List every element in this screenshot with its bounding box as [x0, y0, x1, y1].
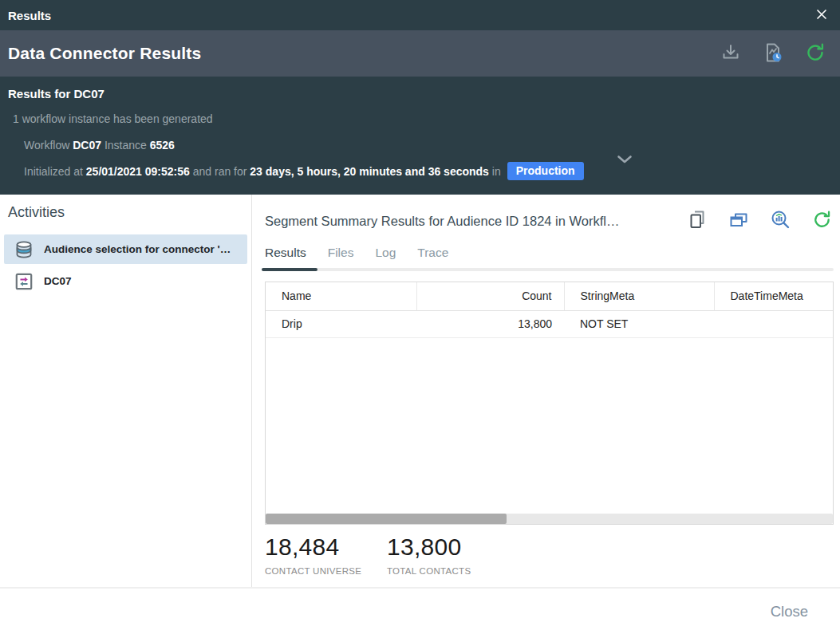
column-header-datetimemeta: DateTimeMeta [714, 282, 833, 311]
cell-datetimemeta [714, 311, 833, 338]
cell-name: Drip [266, 311, 416, 338]
download-icon [720, 42, 741, 65]
activity-item-label: Audience selection for connector '… [44, 243, 231, 255]
workflow-run-line: Initialized at 25/01/2021 09:52:56 and r… [24, 162, 840, 180]
dialog-body: Activities Audience selection for connec… [0, 195, 840, 587]
dialog-footer: Close [0, 587, 840, 634]
stat-value: 13,800 [387, 534, 488, 561]
stat-total-contacts: 13,800 TOTAL CONTACTS [387, 534, 488, 576]
close-icon [814, 7, 829, 24]
stat-value: 18,484 [265, 534, 366, 561]
workflow-label: Workflow [24, 139, 69, 152]
tab-files[interactable]: Files [328, 246, 354, 260]
copy-button[interactable] [688, 209, 708, 233]
in-label: in [492, 165, 501, 178]
refresh-icon [812, 210, 832, 232]
results-table: Name Count StringMeta DateTimeMeta Drip … [266, 282, 833, 338]
cell-stringmeta: NOT SET [564, 311, 714, 338]
results-panel: Segment Summary Results for Audience ID … [252, 195, 840, 587]
workflow-summary-section: Results for DC07 1 workflow instance has… [0, 77, 840, 195]
results-for-heading: Results for DC07 [0, 77, 840, 100]
stat-label: CONTACT UNIVERSE [265, 566, 366, 576]
expand-collapse-button[interactable] [617, 155, 633, 167]
report-clock-icon [762, 41, 784, 66]
environment-badge: Production [507, 162, 584, 180]
stat-contact-universe: 18,484 CONTACT UNIVERSE [265, 534, 366, 576]
page-header: Data Connector Results [0, 30, 840, 77]
results-table-container: Name Count StringMeta DateTimeMeta Drip … [265, 282, 834, 525]
schedule-report-button[interactable] [762, 41, 784, 66]
close-dialog-button[interactable]: Close [771, 603, 808, 620]
column-header-count: Count [416, 282, 564, 311]
table-empty-area [266, 338, 833, 514]
chevron-down-icon [617, 155, 633, 167]
instance-id: 6526 [150, 139, 175, 152]
horizontal-scrollbar[interactable] [266, 514, 833, 524]
scrollbar-thumb[interactable] [266, 514, 507, 524]
column-header-stringmeta: StringMeta [564, 282, 714, 311]
activity-item-label: DC07 [44, 275, 72, 287]
ran-for-label: and ran for [193, 165, 247, 178]
table-header-row: Name Count StringMeta DateTimeMeta [266, 282, 833, 311]
open-in-windows-button[interactable] [728, 211, 749, 232]
tab-results[interactable]: Results [265, 246, 306, 260]
initialized-timestamp: 25/01/2021 09:52:56 [86, 165, 190, 178]
run-duration: 23 days, 5 hours, 20 minutes and 36 seco… [250, 165, 489, 178]
refresh-icon [805, 42, 826, 65]
tabs-underline [265, 268, 834, 271]
tab-trace[interactable]: Trace [417, 246, 448, 260]
tab-log[interactable]: Log [375, 246, 396, 260]
dialog-title: Results [8, 9, 814, 22]
stat-label: TOTAL CONTACTS [387, 566, 488, 576]
results-panel-header: Segment Summary Results for Audience ID … [265, 209, 834, 233]
dialog-titlebar: Results [0, 0, 840, 30]
results-tabs: Results Files Log Trace [265, 246, 834, 260]
close-button[interactable] [814, 7, 829, 24]
copy-icon [688, 209, 708, 233]
column-header-name: Name [266, 282, 416, 311]
search-results-button[interactable] [770, 209, 791, 233]
windows-icon [728, 211, 749, 232]
cell-count: 13,800 [416, 311, 564, 338]
instance-label: Instance [105, 139, 147, 152]
active-tab-indicator [262, 268, 317, 271]
database-icon [14, 239, 34, 260]
workflow-instances-note: 1 workflow instance has been generated [13, 112, 840, 125]
initialized-label: Initialized at [24, 165, 83, 178]
page-title: Data Connector Results [8, 44, 720, 63]
activities-title: Activities [0, 204, 251, 221]
refresh-results-button[interactable] [812, 210, 832, 232]
download-results-button[interactable] [720, 42, 741, 65]
segment-title: Segment Summary Results for Audience ID … [265, 214, 680, 229]
summary-stats: 18,484 CONTACT UNIVERSE 13,800 TOTAL CON… [265, 534, 834, 576]
activity-item-audience-selection[interactable]: Audience selection for connector '… [4, 234, 247, 264]
table-row: Drip 13,800 NOT SET [266, 311, 833, 338]
activity-list: Audience selection for connector '… DC07 [0, 234, 251, 296]
search-chart-icon [770, 209, 791, 233]
activity-item-dc07[interactable]: DC07 [4, 266, 247, 296]
workflow-instance-line: Workflow DC07 Instance 6526 [24, 139, 840, 152]
connector-icon [14, 271, 34, 292]
refresh-button[interactable] [805, 42, 826, 65]
activities-panel: Activities Audience selection for connec… [0, 195, 252, 587]
workflow-name: DC07 [73, 139, 101, 152]
results-dialog: Results Data Connector Results [0, 0, 840, 634]
